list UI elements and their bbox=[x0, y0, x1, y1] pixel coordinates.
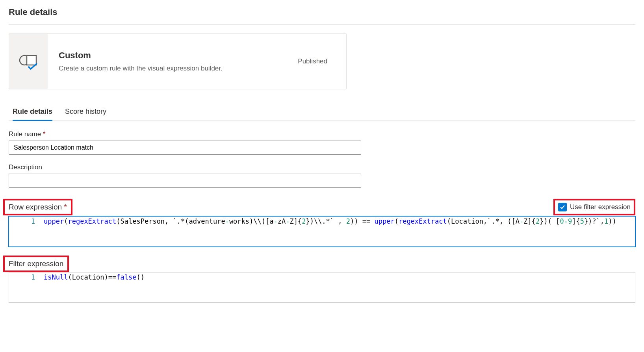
row-expression-label: Row expression * bbox=[3, 199, 72, 215]
rule-type-card: Custom Create a custom rule with the vis… bbox=[9, 33, 347, 89]
filter-expression-label: Filter expression bbox=[3, 256, 69, 272]
svg-rect-1 bbox=[27, 56, 36, 65]
use-filter-expression-checkbox[interactable]: Use filter expression bbox=[553, 199, 635, 215]
use-filter-expression-label: Use filter expression bbox=[570, 203, 631, 211]
line-number: 1 bbox=[9, 272, 44, 281]
card-description: Create a custom rule with the visual exp… bbox=[59, 65, 223, 72]
custom-rule-icon bbox=[9, 34, 48, 89]
filter-expression-code[interactable]: isNull(Location)==false() bbox=[44, 272, 635, 281]
tab-bar: Rule details Score history bbox=[9, 105, 635, 121]
page-title: Rule details bbox=[9, 7, 635, 17]
tab-score-history[interactable]: Score history bbox=[65, 105, 106, 121]
description-input[interactable] bbox=[9, 174, 361, 188]
line-number: 1 bbox=[9, 217, 44, 225]
tab-rule-details[interactable]: Rule details bbox=[13, 105, 52, 121]
description-label: Description bbox=[9, 163, 635, 171]
row-expression-editor[interactable]: 1 upper(regexExtract(SalesPerson, `.*(ad… bbox=[9, 216, 635, 247]
status-badge: Published bbox=[298, 57, 335, 65]
card-title: Custom bbox=[59, 50, 223, 61]
rule-name-label: Rule name * bbox=[9, 130, 635, 138]
row-expression-code[interactable]: upper(regexExtract(SalesPerson, `.*(adve… bbox=[44, 217, 635, 225]
check-icon bbox=[558, 203, 567, 211]
filter-expression-editor[interactable]: 1 isNull(Location)==false() bbox=[9, 272, 635, 303]
rule-name-input[interactable] bbox=[9, 141, 361, 155]
divider bbox=[9, 24, 635, 25]
